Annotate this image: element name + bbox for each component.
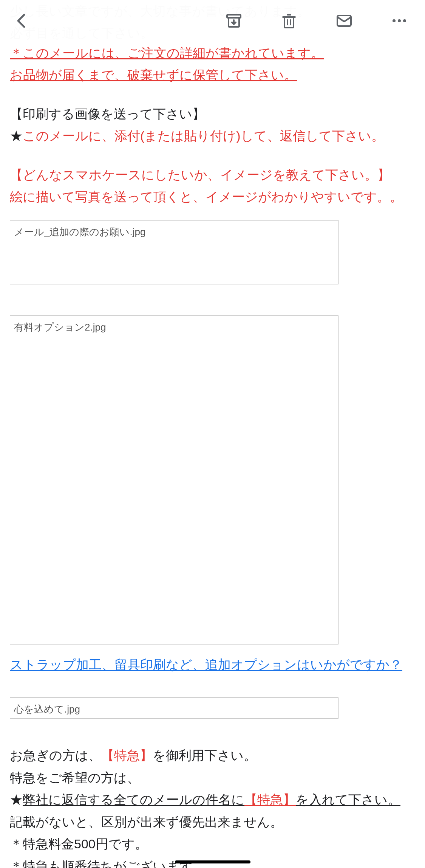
attachment-filename: メール_追加の際のお願い.jpg bbox=[14, 226, 145, 238]
instruction-line: 絵に描いて写真を送って頂くと、イメージがわかりやすいです。。 bbox=[10, 186, 415, 208]
instruction-line: ★このメールに、添付(または貼り付け)して、返信して下さい。 bbox=[10, 125, 415, 147]
back-button[interactable] bbox=[11, 10, 32, 31]
svg-point-2 bbox=[393, 19, 396, 22]
home-indicator[interactable] bbox=[175, 860, 250, 863]
mail-button[interactable] bbox=[334, 10, 355, 31]
attachment-placeholder[interactable]: 有料オプション2.jpg bbox=[10, 315, 338, 644]
archive-button[interactable] bbox=[223, 10, 244, 31]
options-link[interactable]: ストラップ加工、留具印刷など、追加オプションはいかがですか？ bbox=[10, 657, 402, 672]
toolbar-actions bbox=[223, 10, 410, 31]
body-text: 特急をご希望の方は、 bbox=[10, 767, 415, 789]
delete-button[interactable] bbox=[278, 10, 300, 31]
body-text: お急ぎの方は、【特急】を御利用下さい。 bbox=[10, 744, 415, 766]
body-text: ＊特急料金500円です。 bbox=[10, 833, 415, 855]
warning-text: お品物が届くまで、破棄せずに保管して下さい。 bbox=[10, 64, 415, 86]
more-button[interactable] bbox=[389, 10, 410, 31]
section-heading: 【印刷する画像を送って下さい】 bbox=[10, 103, 415, 125]
attachment-filename: 有料オプション2.jpg bbox=[14, 321, 106, 333]
attachment-placeholder[interactable]: 心を込めて.jpg bbox=[10, 697, 338, 719]
svg-point-3 bbox=[398, 19, 401, 22]
email-body[interactable]: 少し長い文章ですが、大切な事が書いてあります。 必ず目を通して下さい。 ＊このメ… bbox=[0, 0, 425, 868]
svg-point-4 bbox=[403, 19, 406, 22]
attachment-filename: 心を込めて.jpg bbox=[14, 703, 80, 715]
warning-text: ＊このメールには、ご注文の詳細が書かれています。 bbox=[10, 42, 415, 64]
body-text: 記載がないと、区別が出来ず優先出来ません。 bbox=[10, 811, 415, 833]
section-heading: 【どんなスマホケースにしたいか、イメージを教えて下さい。】 bbox=[10, 164, 415, 186]
attachment-placeholder[interactable]: メール_追加の際のお願い.jpg bbox=[10, 220, 338, 284]
body-text: ★弊社に返信する全てのメールの件名に【特急】を入れて下さい。 bbox=[10, 789, 415, 811]
email-toolbar bbox=[0, 0, 425, 42]
